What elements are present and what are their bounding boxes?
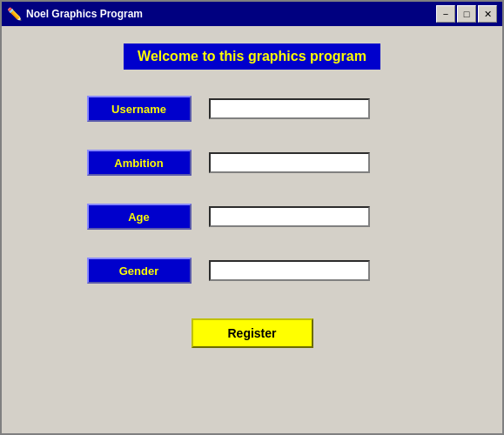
form-row: Age bbox=[87, 204, 418, 230]
label-btn-username[interactable]: Username bbox=[87, 96, 192, 122]
title-bar-controls: − □ ✕ bbox=[436, 5, 497, 23]
window-title: Noel Graphics Program bbox=[26, 8, 143, 20]
form-row: Gender bbox=[87, 258, 418, 284]
label-btn-ambition[interactable]: Ambition bbox=[87, 150, 192, 176]
app-icon: ✏️ bbox=[7, 7, 21, 21]
register-area: Register bbox=[192, 318, 313, 348]
input-gender[interactable] bbox=[209, 260, 370, 281]
input-ambition[interactable] bbox=[209, 152, 370, 173]
form-row: Username bbox=[87, 96, 418, 122]
label-btn-age[interactable]: Age bbox=[87, 204, 192, 230]
title-bar-left: ✏️ Noel Graphics Program bbox=[7, 7, 143, 21]
close-button[interactable]: ✕ bbox=[478, 5, 497, 23]
input-username[interactable] bbox=[209, 98, 370, 119]
main-window: ✏️ Noel Graphics Program − □ ✕ Welcome t… bbox=[0, 0, 504, 435]
register-button[interactable]: Register bbox=[192, 318, 313, 348]
welcome-banner: Welcome to this graphics program bbox=[124, 44, 380, 70]
form-row: Ambition bbox=[87, 150, 418, 176]
label-btn-gender[interactable]: Gender bbox=[87, 258, 192, 284]
content-area: Welcome to this graphics program Usernam… bbox=[2, 26, 502, 433]
maximize-button[interactable]: □ bbox=[457, 5, 476, 23]
input-age[interactable] bbox=[209, 206, 370, 227]
title-bar: ✏️ Noel Graphics Program − □ ✕ bbox=[2, 2, 502, 26]
minimize-button[interactable]: − bbox=[436, 5, 455, 23]
form-area: UsernameAmbitionAgeGender bbox=[2, 96, 502, 284]
